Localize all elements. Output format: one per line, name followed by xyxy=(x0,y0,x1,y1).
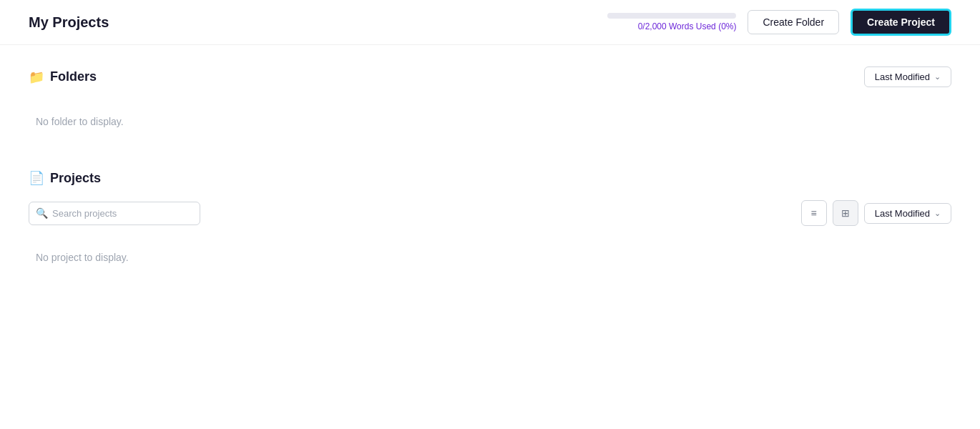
folder-icon: 📁 xyxy=(29,69,44,85)
page-title: My Projects xyxy=(29,14,109,31)
folders-sort-dropdown[interactable]: Last Modified ⌄ xyxy=(864,66,951,87)
folders-sort-chevron-icon: ⌄ xyxy=(934,72,941,82)
search-input[interactable] xyxy=(29,202,200,225)
projects-empty-state: No project to display. xyxy=(29,237,951,277)
search-icon: 🔍 xyxy=(36,207,48,219)
words-used-container: 0/2,000 Words Used (0%) xyxy=(607,13,736,31)
view-controls: ≡ ⊞ Last Modified ⌄ xyxy=(801,200,951,226)
projects-sort-chevron-icon: ⌄ xyxy=(934,209,941,218)
create-project-button[interactable]: Create Project xyxy=(851,9,951,36)
folders-title: Folders xyxy=(50,69,97,84)
folders-section: 📁 Folders Last Modified ⌄ No folder to d… xyxy=(29,66,951,142)
projects-controls: 🔍 ≡ ⊞ Last Modified ⌄ xyxy=(29,200,951,226)
list-view-icon: ≡ xyxy=(811,207,817,219)
projects-title-row: 📄 Projects xyxy=(29,170,951,186)
projects-empty-text: No project to display. xyxy=(36,252,129,263)
list-view-button[interactable]: ≡ xyxy=(801,200,827,226)
projects-sort-dropdown[interactable]: Last Modified ⌄ xyxy=(864,203,951,224)
folders-sort-label: Last Modified xyxy=(875,72,930,82)
grid-view-icon: ⊞ xyxy=(841,207,850,219)
projects-icon: 📄 xyxy=(29,170,44,186)
header-actions: 0/2,000 Words Used (0%) Create Folder Cr… xyxy=(607,9,951,36)
header: My Projects 0/2,000 Words Used (0%) Crea… xyxy=(0,0,980,45)
projects-title: Projects xyxy=(50,171,101,186)
words-used-label: 0/2,000 Words Used (0%) xyxy=(638,21,737,31)
folders-title-row: 📁 Folders xyxy=(29,69,97,85)
projects-sort-label: Last Modified xyxy=(875,208,930,219)
create-folder-button[interactable]: Create Folder xyxy=(748,10,839,34)
search-container: 🔍 xyxy=(29,202,200,225)
folders-section-header: 📁 Folders Last Modified ⌄ xyxy=(29,66,951,87)
projects-section: 📄 Projects 🔍 ≡ ⊞ Last Modified ⌄ xyxy=(29,170,951,277)
grid-view-button[interactable]: ⊞ xyxy=(833,200,858,226)
main-content: 📁 Folders Last Modified ⌄ No folder to d… xyxy=(0,45,980,327)
folders-empty-state: No folder to display. xyxy=(29,102,951,142)
folders-empty-text: No folder to display. xyxy=(36,116,124,127)
words-progress-bar xyxy=(607,13,736,19)
